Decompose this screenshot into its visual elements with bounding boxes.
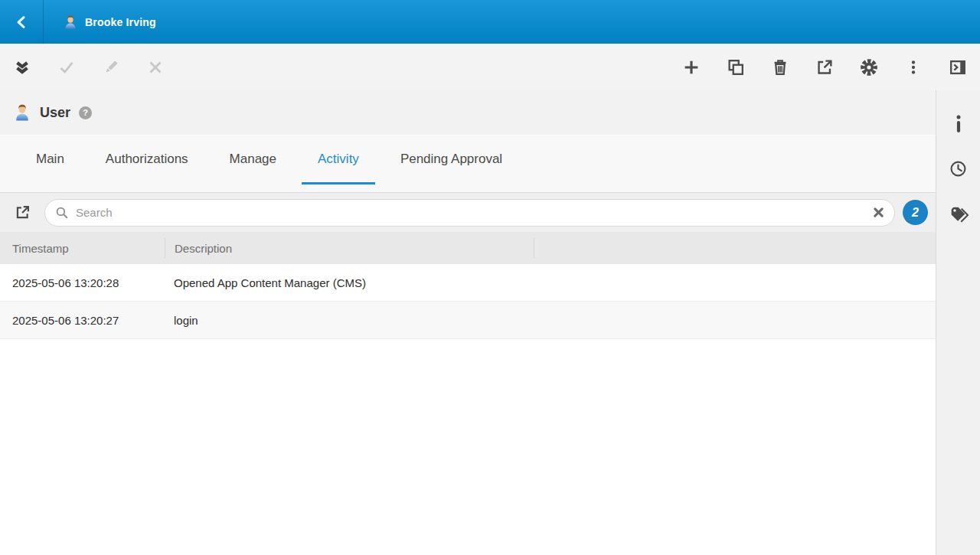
tab-bar: Main Authorizations Manage Activity Pend… [0,135,936,184]
table-row[interactable]: 2025-05-06 13:20:27 login [0,302,936,339]
cell-description: Opened App Content Manager (CMS) [165,276,534,289]
open-external-icon [14,204,31,221]
record-count-badge: 2 [903,200,928,225]
tag-icon [949,204,969,224]
open-list-button[interactable] [0,193,44,233]
pencil-icon [101,57,121,77]
delete-record-button[interactable] [758,44,802,90]
cell-timestamp: 2025-05-06 13:20:28 [0,276,165,289]
tab-manage[interactable]: Manage [214,135,292,184]
cancel-button[interactable] [133,44,178,90]
edit-button[interactable] [89,44,133,90]
add-record-button[interactable] [669,44,714,90]
column-header-empty [534,238,936,258]
kebab-menu-icon [903,57,923,77]
info-icon [950,114,967,134]
help-icon[interactable]: ? [79,106,92,119]
plus-icon [681,57,701,77]
gear-icon [859,57,879,77]
toolbar-left-group [0,44,178,90]
tab-activity[interactable]: Activity [302,135,375,184]
double-chevron-down-icon [12,57,32,77]
x-icon [145,57,165,77]
clear-x-icon [874,207,884,217]
cell-timestamp: 2025-05-06 13:20:27 [0,314,165,327]
column-header-description[interactable]: Description [165,238,534,258]
search-bar: 2 [0,192,936,232]
person-avatar-icon [13,103,31,122]
table-header: Timestamp Description [0,232,936,264]
info-panel-button[interactable] [936,101,980,146]
open-in-new-window-button[interactable] [802,44,847,90]
settings-button[interactable] [847,44,891,90]
collapse-all-button[interactable] [0,44,44,90]
empty-area [0,339,936,555]
open-external-icon [815,57,835,77]
tab-bar-container: Main Authorizations Manage Activity Pend… [0,135,936,192]
history-panel-button[interactable] [936,146,980,191]
toolbar-right-group [669,44,980,90]
chevron-left-icon [12,13,31,31]
search-field [44,199,895,227]
person-avatar-icon [63,15,78,30]
search-icon [55,206,69,220]
tags-panel-button[interactable] [936,191,980,237]
duplicate-record-button[interactable] [714,44,758,90]
topbar: Brooke Irving [0,0,980,44]
record-content: User ? Main Authorizations Manage Activi… [0,90,936,555]
back-button[interactable] [0,0,44,44]
column-header-timestamp[interactable]: Timestamp [0,242,165,255]
trash-icon [770,57,790,77]
page-header: User ? [0,90,936,135]
search-input[interactable] [76,206,867,219]
cell-description: login [165,314,534,327]
more-options-button[interactable] [891,44,936,90]
panel-toggle-icon [948,57,968,77]
right-side-rail [936,90,980,555]
record-title: Brooke Irving [85,16,156,28]
page-title: User [40,105,70,121]
tab-authorizations[interactable]: Authorizations [90,135,204,184]
current-record: Brooke Irving [44,0,156,44]
tab-main[interactable]: Main [20,135,80,184]
check-icon [57,57,77,77]
table-row[interactable]: 2025-05-06 13:20:28 Opened App Content M… [0,264,936,302]
clear-search-button[interactable] [874,207,884,217]
confirm-button[interactable] [44,44,89,90]
toggle-side-panel-button[interactable] [936,44,980,90]
body: User ? Main Authorizations Manage Activi… [0,90,980,555]
duplicate-icon [726,57,746,77]
clock-icon [949,159,968,178]
app-window: Brooke Irving [0,0,980,555]
tab-pending-approval[interactable]: Pending Approval [384,135,518,184]
toolbar [0,44,980,90]
